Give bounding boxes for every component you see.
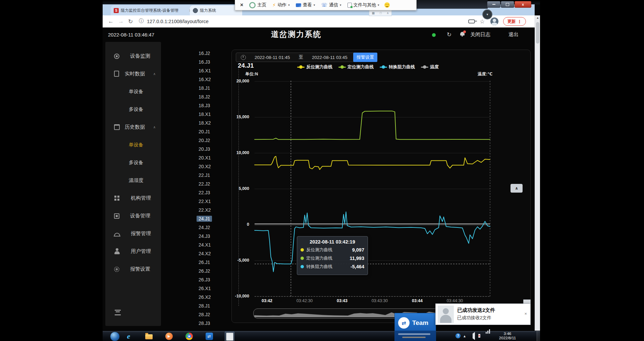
device-list-item[interactable]: 28.J2 [186, 310, 224, 319]
legend-item-1[interactable]: 定位测力曲线 [338, 64, 374, 70]
tray-show-hidden-icon[interactable]: ▴ [464, 334, 466, 338]
tray-volume-icon[interactable] [471, 334, 475, 338]
url-input[interactable]: 127.0.0.1:21008/layout/force [147, 19, 209, 24]
taskbar-chrome-icon[interactable] [184, 332, 194, 341]
refresh-icon[interactable]: ↻ [447, 31, 451, 38]
window-close-button[interactable]: x [515, 1, 531, 8]
sidebar-item-5[interactable]: 单设备 [105, 139, 161, 150]
device-list-item[interactable]: 20.X1 [186, 153, 224, 162]
taskbar-notepad-icon[interactable] [225, 332, 234, 341]
device-list-item[interactable]: 26.X1 [186, 284, 224, 293]
device-list-item[interactable]: 24.X2 [186, 249, 224, 258]
device-list-item[interactable]: 20.X2 [186, 162, 224, 171]
device-list-item[interactable]: 18.J2 [186, 92, 224, 101]
time-range-picker[interactable]: 2022-08-11 01:45 至 2022-08-11 03:45 [236, 53, 369, 62]
device-list-item[interactable]: 16.X2 [186, 75, 224, 84]
sidebar-item-6[interactable]: 多设备 [105, 157, 161, 168]
device-list-item[interactable]: 20.J3 [186, 145, 224, 153]
toolbar-item-communication[interactable]: ☏ 通信 ▾ [318, 0, 344, 10]
browser-profile-avatar[interactable] [490, 17, 498, 25]
device-list-item[interactable]: 22.J3 [186, 188, 224, 197]
device-list-item[interactable]: 22.X2 [186, 206, 224, 214]
session-panel-toggle[interactable]: ▼ [482, 9, 492, 19]
taskbar-ie-icon[interactable]: e [124, 332, 133, 341]
device-list-item[interactable]: 24.J2 [186, 223, 224, 232]
device-list-item[interactable]: 22.J1 [186, 171, 224, 180]
back-button[interactable]: ← [108, 18, 114, 25]
forward-button[interactable]: → [118, 18, 124, 25]
toast-close-icon[interactable]: × [524, 311, 527, 316]
toolbar-item-actions[interactable]: ⚡ 动作 ▾ [269, 0, 292, 10]
start-button[interactable] [110, 332, 120, 341]
device-list-item[interactable]: 18.X2 [186, 119, 224, 127]
device-list-item[interactable]: 20.J1 [186, 127, 224, 136]
window-minimize-button[interactable] [487, 1, 500, 8]
device-list-item[interactable]: 26.J3 [186, 275, 224, 284]
sidebar-item-12[interactable]: 报警设置 [105, 264, 161, 274]
bookmark-star-icon[interactable]: ☆ [480, 18, 485, 25]
browser-update-button[interactable]: 更新 ⋮ [503, 17, 526, 26]
expand-icon[interactable]: □ [380, 11, 381, 15]
scrollbar-up-arrow[interactable]: ▲ [535, 16, 540, 19]
close-log-button[interactable]: 关闭日志 [470, 31, 490, 38]
device-list-item[interactable]: 18.J1 [186, 84, 224, 92]
tray-action-center-icon[interactable]: × [478, 333, 480, 338]
toolbar-item-view[interactable]: 查看 ▾ [293, 0, 318, 10]
device-list-item[interactable]: 28.J3 [186, 319, 224, 328]
toolbar-item-home[interactable]: 主页 [246, 0, 269, 10]
sidebar-item-1[interactable]: 实时数据∧ [105, 68, 161, 79]
password-key-icon[interactable] [468, 19, 475, 23]
file-transfer-toast[interactable]: 已成功发送2文件 已成功接收2文件 × [435, 303, 531, 325]
device-list-item[interactable]: 28.J1 [186, 301, 224, 310]
scrollbar-thumb[interactable] [536, 22, 539, 44]
sidebar-item-4[interactable]: 历史数据∧ [105, 122, 161, 132]
grid-icon[interactable]: ▦ [372, 11, 375, 15]
device-list-item[interactable]: 24.X1 [186, 241, 224, 249]
alarm-settings-button[interactable]: 报警设置 [353, 53, 377, 62]
collapse-icon[interactable]: ∧ [387, 11, 389, 15]
sidebar-item-0[interactable]: 设备监测 [105, 51, 161, 61]
sidebar-item-3[interactable]: 多设备 [105, 104, 161, 115]
site-info-icon[interactable]: ⓘ [139, 18, 144, 24]
device-list-item[interactable]: 18.X1 [186, 110, 224, 119]
page-scrollbar[interactable]: ▲ [535, 15, 540, 331]
sidebar-item-2[interactable]: 单设备 [105, 86, 161, 97]
notification-bell-icon[interactable] [460, 32, 465, 36]
device-list-item[interactable]: 24.J3 [186, 232, 224, 241]
sidebar-item-7[interactable]: 温湿度 [105, 175, 161, 186]
legend-item-2[interactable]: 转换阻力曲线 [380, 64, 415, 70]
sidebar-item-10[interactable]: 报警管理 [105, 228, 161, 239]
time-to-value[interactable]: 2022-08-11 03:45 [312, 55, 347, 60]
device-list-item[interactable]: 24.J1 [186, 214, 224, 223]
device-list-item[interactable]: 26.J2 [186, 267, 224, 275]
device-list-item[interactable]: 18.J3 [186, 101, 224, 110]
device-list-item[interactable]: 16.X1 [186, 66, 224, 75]
device-list-item[interactable]: 22.J2 [186, 180, 224, 188]
device-list-item[interactable]: 26.J1 [186, 258, 224, 267]
legend-item-0[interactable]: 反位测力曲线 [297, 64, 332, 70]
sidebar-item-8[interactable]: 机构管理 [105, 193, 161, 203]
time-from-value[interactable]: 2022-08-11 01:45 [255, 55, 290, 60]
device-list-item[interactable]: 20.J2 [186, 136, 224, 145]
collapse-menu-icon[interactable] [115, 310, 121, 315]
legend-item-3[interactable]: 温度 [421, 64, 439, 70]
scroll-to-top-button[interactable]: ∧ [511, 184, 523, 193]
device-list-item[interactable]: 16.J2 [186, 49, 224, 58]
device-list-item[interactable]: 26.X2 [186, 293, 224, 301]
taskbar-clock[interactable]: 3:46 2022/8/11 [494, 332, 521, 341]
line-chart[interactable] [251, 81, 491, 298]
tray-help-icon[interactable]: ? [455, 333, 461, 338]
window-maximize-button[interactable] [501, 1, 514, 8]
device-list-item[interactable]: 16.J3 [186, 58, 224, 66]
toolbar-close-icon[interactable]: × [237, 2, 246, 8]
logout-button[interactable]: 退出 [508, 31, 519, 38]
taskbar-mediaplayer-icon[interactable]: ▶ [164, 332, 173, 341]
taskbar-teamviewer-icon[interactable]: ⇄ [205, 332, 214, 341]
teamviewer-window[interactable]: ⇄ Team [394, 313, 436, 341]
device-list-item[interactable]: 22.X1 [186, 197, 224, 206]
taskbar-folder-icon[interactable] [144, 332, 153, 341]
show-desktop-button[interactable] [537, 331, 540, 341]
toolbar-mini-controls[interactable]: ▦ □ ∧ [369, 10, 392, 16]
sidebar-item-9[interactable]: 设备管理 [105, 210, 161, 221]
browser-tab-force[interactable]: 阻力系统 [190, 5, 242, 15]
